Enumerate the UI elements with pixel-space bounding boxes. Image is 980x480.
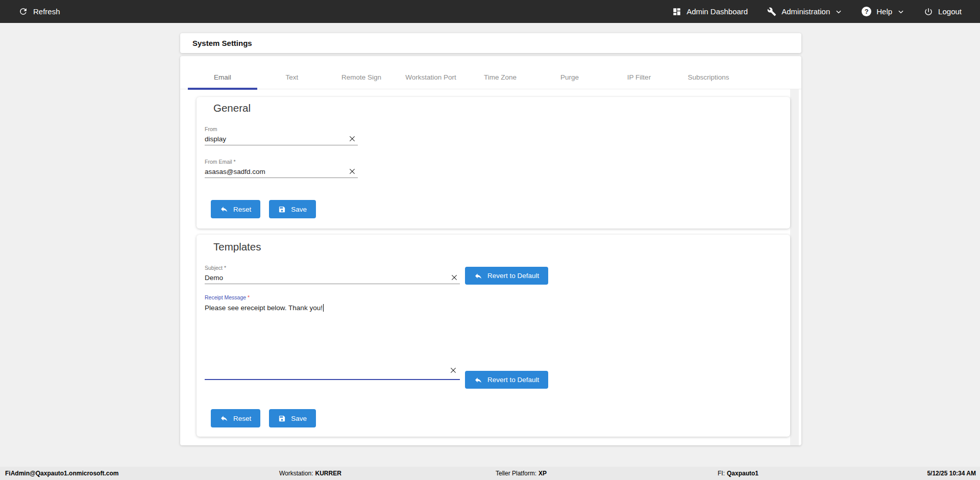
admin-dashboard-label: Admin Dashboard bbox=[687, 7, 748, 16]
status-bar: FiAdmin@Qaxpauto1.onmicrosoft.com Workst… bbox=[0, 467, 980, 480]
general-reset-button[interactable]: Reset bbox=[211, 200, 260, 218]
save-icon bbox=[278, 206, 286, 213]
templates-section: Templates Subject * Demo Revert to Defau… bbox=[197, 235, 790, 437]
page-title-card: System Settings bbox=[180, 33, 801, 53]
page-title: System Settings bbox=[192, 39, 252, 47]
tab-text[interactable]: Text bbox=[257, 56, 327, 89]
receipt-message-textarea[interactable]: Please see ereceipt below. Thank you! bbox=[205, 304, 324, 312]
refresh-icon bbox=[18, 7, 28, 16]
templates-reset-button[interactable]: Reset bbox=[211, 409, 260, 427]
subject-input[interactable]: Demo bbox=[205, 274, 449, 282]
settings-card: Email Text Remote Sign Workstation Port … bbox=[180, 56, 801, 445]
undo-icon bbox=[220, 414, 228, 422]
tab-bar: Email Text Remote Sign Workstation Port … bbox=[180, 56, 801, 89]
tab-time-zone[interactable]: Time Zone bbox=[465, 56, 535, 89]
tab-workstation-port[interactable]: Workstation Port bbox=[396, 56, 465, 89]
from-email-label: From Email * bbox=[205, 158, 358, 165]
from-email-input[interactable]: asasas@sadfd.com bbox=[205, 168, 347, 175]
receipt-message-field[interactable]: Receipt Message * Please see ereceipt be… bbox=[205, 294, 460, 380]
receipt-message-label: Receipt Message * bbox=[205, 294, 460, 301]
clear-icon[interactable] bbox=[347, 166, 358, 177]
dashboard-icon bbox=[672, 7, 681, 16]
status-fi: FI:Qaxpauto1 bbox=[718, 467, 758, 480]
wrench-icon bbox=[767, 7, 776, 16]
refresh-button[interactable]: Refresh bbox=[18, 7, 60, 16]
chevron-down-icon bbox=[835, 8, 842, 15]
status-user: FiAdmin@Qaxpauto1.onmicrosoft.com bbox=[5, 467, 118, 480]
active-tab-underline bbox=[188, 88, 257, 90]
logout-button[interactable]: Logout bbox=[924, 7, 962, 16]
help-menu[interactable]: ? Help bbox=[862, 7, 904, 16]
subject-field[interactable]: Subject * Demo bbox=[205, 264, 460, 284]
undo-icon bbox=[474, 376, 482, 384]
top-bar: Refresh Admin Dashboard Administration ?… bbox=[0, 0, 980, 23]
tab-subscriptions[interactable]: Subscriptions bbox=[674, 56, 743, 89]
power-icon bbox=[924, 7, 933, 16]
administration-label: Administration bbox=[781, 7, 830, 16]
tab-ip-filter[interactable]: IP Filter bbox=[604, 56, 674, 89]
save-icon bbox=[278, 415, 286, 422]
refresh-label: Refresh bbox=[33, 7, 60, 16]
templates-heading: Templates bbox=[213, 241, 261, 253]
status-datetime: 5/12/25 10:34 AM bbox=[927, 467, 976, 480]
help-label: Help bbox=[876, 7, 892, 16]
administration-menu[interactable]: Administration bbox=[767, 7, 842, 16]
clear-icon[interactable] bbox=[449, 272, 460, 283]
clear-icon[interactable] bbox=[347, 133, 358, 144]
undo-icon bbox=[220, 205, 228, 213]
from-email-field[interactable]: From Email * asasas@sadfd.com bbox=[205, 158, 358, 178]
logout-label: Logout bbox=[938, 7, 962, 16]
undo-icon bbox=[474, 272, 482, 280]
tab-purge[interactable]: Purge bbox=[535, 56, 604, 89]
status-workstation: Workstation:KURRER bbox=[279, 467, 341, 480]
scrollbar[interactable] bbox=[790, 89, 799, 445]
receipt-revert-button[interactable]: Revert to Default bbox=[465, 371, 548, 389]
from-field[interactable]: From display bbox=[205, 125, 358, 145]
from-label: From bbox=[205, 125, 358, 133]
tab-email[interactable]: Email bbox=[188, 56, 257, 89]
subject-revert-button[interactable]: Revert to Default bbox=[465, 267, 548, 285]
clear-icon[interactable] bbox=[448, 365, 459, 376]
tab-remote-sign[interactable]: Remote Sign bbox=[327, 56, 396, 89]
status-teller-platform: Teller Platform:XP bbox=[496, 467, 547, 480]
chevron-down-icon bbox=[897, 8, 904, 15]
templates-save-button[interactable]: Save bbox=[269, 409, 316, 427]
from-input[interactable]: display bbox=[205, 135, 347, 143]
subject-label: Subject * bbox=[205, 264, 460, 271]
general-section: General From display From Email * asasas… bbox=[197, 97, 790, 229]
text-cursor bbox=[323, 304, 324, 312]
required-marker: * bbox=[248, 294, 250, 300]
help-icon: ? bbox=[862, 7, 871, 16]
admin-dashboard-button[interactable]: Admin Dashboard bbox=[672, 7, 748, 16]
general-save-button[interactable]: Save bbox=[269, 200, 316, 218]
general-heading: General bbox=[213, 102, 251, 114]
